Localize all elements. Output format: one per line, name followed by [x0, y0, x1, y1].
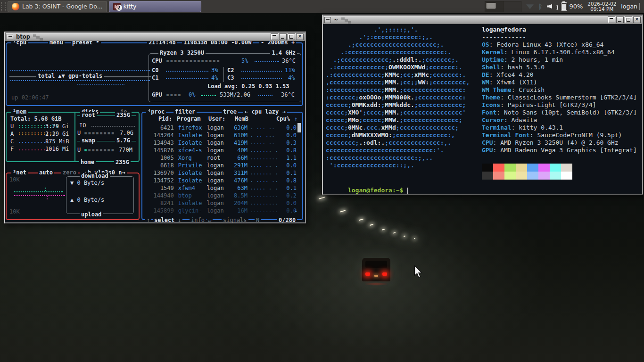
proc-col-mem[interactable]: MemB: [235, 115, 248, 122]
core-pct: 4%: [211, 74, 218, 81]
taskbar-button-firefox[interactable]: Lab 3: OSINT - Google Do...: [8, 1, 107, 12]
window-menu-icon[interactable]: [7, 34, 13, 40]
cpu-usage-bar: ▪▪▪▪▪▪▪▪▪▪▪▪▪▪: [166, 58, 220, 64]
minimize-button[interactable]: [616, 16, 624, 23]
minimize-button[interactable]: [279, 33, 287, 40]
wifi-icon[interactable]: [526, 4, 534, 9]
fastfetch-info: logan@fedora------------OS: Fedora Linux…: [482, 26, 637, 154]
user-menu[interactable]: logan: [621, 3, 640, 10]
taskbar-button-kitty[interactable]: 2 kitty: [109, 1, 201, 12]
cpu-temp: 36°C: [282, 58, 296, 64]
window-menu-icon[interactable]: [324, 17, 331, 23]
proc-scroll-down[interactable]: ↓: [294, 207, 297, 214]
workspace-pager[interactable]: [485, 1, 521, 12]
core-graph: [241, 71, 282, 72]
workspace-2[interactable]: [504, 1, 521, 12]
workspace-1[interactable]: [485, 1, 504, 12]
disk-io-graph: [91, 126, 135, 127]
terminal-screen[interactable]: .',;::::;,'. .';:cccccccccccc:;,. .;cccc…: [323, 24, 642, 194]
kitty-titlebar[interactable]: ~ ×: [323, 16, 642, 24]
core-label: C3: [227, 74, 234, 81]
proc-sort[interactable]: ← cpu lazy →: [243, 108, 287, 115]
fastfetch-line: Font: Noto Sans (10pt, SemiBold) [GTK2/3…: [482, 109, 637, 116]
net-zero[interactable]: zero: [61, 169, 78, 176]
proc-row[interactable]: 134752Isolatelogan476M. .... ..0.8: [144, 177, 297, 184]
process-list[interactable]: 6421firefoxlogan636M. ... ..0.0143204Iso…: [144, 124, 297, 214]
proc-col-cpu[interactable]: Cpu%: [276, 115, 290, 122]
clock[interactable]: 2026-02-02 09:14 PM: [587, 1, 616, 12]
btop-tab-proc[interactable]: ⁴proc: [146, 108, 166, 115]
btop-tab-net[interactable]: ³net: [11, 169, 28, 176]
btop-net-box: ³net auto zero ←b wlp3s0 n→ 10K 10K down…: [6, 173, 140, 220]
disk-size: 235G: [114, 159, 131, 165]
proc-col-pid[interactable]: Pid:: [158, 115, 172, 122]
proc-col-user[interactable]: User:: [208, 115, 225, 122]
proc-row[interactable]: 145899glycin-logan16M.........0.0: [144, 207, 297, 214]
palette-swatch: [516, 164, 527, 172]
btop-interval[interactable]: - 2000ms +: [259, 41, 296, 46]
net-scale-top: 10K: [9, 176, 20, 183]
maximize-button[interactable]: [288, 33, 295, 40]
palette-swatch: [538, 164, 550, 172]
palette-swatch: [561, 172, 572, 180]
btop-mem-box: ²mem disks io Total: 5.68 GiB U:::::::::…: [6, 112, 140, 162]
fastfetch-line: CPU: AMD Ryzen 3 3250U (4) @ 2.60 GHz: [482, 139, 637, 147]
core-divider: [223, 67, 224, 82]
proc-row[interactable]: 145876xfce4-slogan40M....... .0.8: [144, 147, 297, 154]
shade-button[interactable]: [271, 33, 278, 40]
volume-icon[interactable]: [547, 3, 556, 10]
proc-tree[interactable]: tree: [222, 108, 238, 115]
proc-row[interactable]: 6618Privilelogan291M.... .. .0.0: [144, 162, 297, 169]
proc-row[interactable]: 1005Xorgroot66M.........1.1: [144, 154, 297, 162]
maximize-button[interactable]: [625, 16, 632, 23]
battery-indicator[interactable]: 90%: [561, 2, 583, 11]
proc-sort-arrow: ↑: [294, 115, 297, 122]
proc-row[interactable]: 8241Isolatelogan204M.........0.0: [144, 199, 297, 207]
proc-row[interactable]: 6421firefoxlogan636M. ... ..0.0: [144, 124, 297, 132]
net-auto[interactable]: auto: [38, 169, 54, 176]
gpu-temp: 36°C: [281, 91, 295, 98]
proc-row[interactable]: 136970Isolatelogan311M....... .0.1: [144, 169, 297, 177]
cpu-graph-toggle[interactable]: total ▲▼ gpu-totals: [36, 73, 104, 79]
proc-filter[interactable]: filter: [173, 108, 197, 115]
fastfetch-line: Theme: ClassicLooks Summerstorm [GTK2/3/…: [482, 94, 637, 101]
proc-footer-up[interactable]: ↑: [145, 217, 151, 222]
fastfetch-line: Uptime: 2 hours, 1 min: [482, 56, 637, 64]
proc-row[interactable]: 143204Isolatelogan610M. .. ...0.0: [144, 132, 297, 139]
net-upload-graph: [14, 195, 65, 196]
close-button[interactable]: ×: [296, 33, 304, 40]
proc-col-program[interactable]: Program: [177, 115, 201, 122]
btop-tab-mem[interactable]: ²mem: [11, 108, 28, 115]
disk-used-value: 7.0G: [120, 130, 133, 136]
btop-menu[interactable]: menu: [48, 41, 65, 46]
disk-used-label: U: [77, 130, 81, 136]
shell-prompt[interactable]: logan@fedora:~$: [326, 179, 408, 194]
fastfetch-line: Terminal Font: SauceCodeProNFM (9.5pt): [482, 132, 637, 139]
btop-terminal[interactable]: ¹cpu menu preset * 21:14:48 119833d 08:0…: [5, 41, 305, 222]
taskbar-label: kitty: [124, 3, 137, 10]
proc-footer-down[interactable]: ↓: [176, 217, 182, 222]
proc-scrollbar[interactable]: [297, 123, 301, 132]
disk-used-value: 770M: [119, 147, 132, 153]
btop-tab-cpu[interactable]: ¹cpu: [11, 41, 28, 46]
proc-footer-signals[interactable]: signals: [222, 217, 248, 222]
net-download-spike: [45, 188, 46, 191]
proc-row[interactable]: 1549xfwm4logan63M..... . .0.1: [144, 184, 297, 192]
palette-swatch: [504, 164, 516, 172]
bluetooth-icon[interactable]: ᛒ: [538, 4, 542, 9]
proc-footer-select[interactable]: select: [153, 217, 176, 222]
cpu-uptime: up 02:06:47: [11, 94, 49, 101]
proc-row[interactable]: 134943Isolatelogan419M..... ..0.3: [144, 139, 297, 147]
btop-preset[interactable]: preset *: [71, 41, 101, 46]
net-upload-spike: [47, 196, 48, 199]
proc-row[interactable]: 144940btoplogan8.5M.........0.2: [144, 192, 297, 199]
workspace-window-preview: [487, 3, 495, 8]
mem-total: Total: 5.68 GiB: [10, 115, 61, 122]
proc-footer-info[interactable]: info: [190, 217, 206, 222]
net-download-label: download: [80, 173, 110, 179]
close-button[interactable]: ×: [633, 16, 641, 23]
btop-titlebar[interactable]: btop ×: [5, 33, 305, 41]
shade-button[interactable]: [608, 16, 615, 23]
fastfetch-line: WM: Xfwm4 (X11): [482, 79, 637, 86]
panel-handle[interactable]: [1, 2, 6, 11]
